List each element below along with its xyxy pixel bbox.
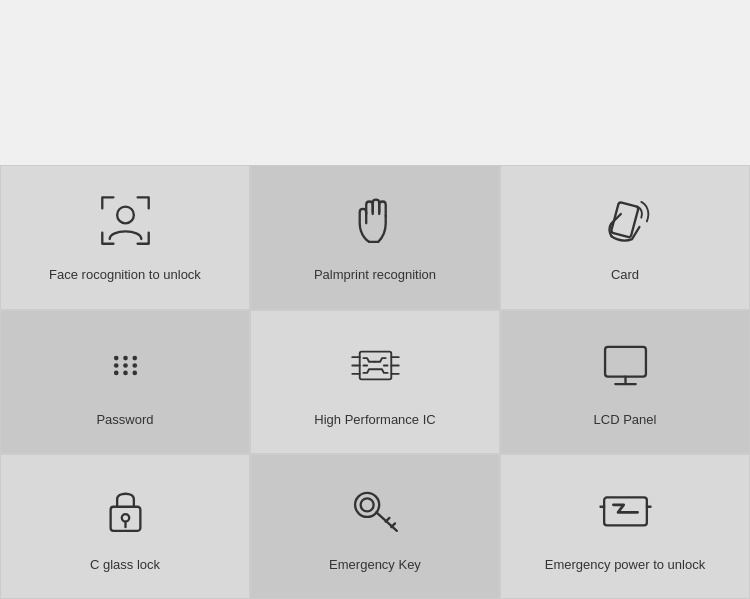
face-icon — [90, 185, 160, 255]
password-icon — [90, 330, 160, 400]
lcd-icon — [590, 330, 660, 400]
c-glass-lock-label: C glass lock — [90, 557, 160, 574]
svg-rect-18 — [605, 346, 646, 376]
svg-point-5 — [113, 363, 118, 368]
cell-palmprint: Palmprint recognition — [250, 165, 500, 310]
ic-icon — [340, 330, 410, 400]
emergency-power-label: Emergency power to unlock — [545, 557, 705, 574]
key-icon — [340, 475, 410, 545]
svg-point-2 — [113, 355, 118, 360]
card-icon — [590, 185, 660, 255]
password-label: Password — [96, 412, 153, 429]
cell-high-performance-ic: High Performance IC — [250, 310, 500, 455]
emergency-key-label: Emergency Key — [329, 557, 421, 574]
cell-lcd-panel: LCD Panel — [500, 310, 750, 455]
cell-card: Card — [500, 165, 750, 310]
svg-point-0 — [117, 206, 134, 223]
lock-icon — [90, 475, 160, 545]
svg-point-25 — [360, 499, 373, 512]
svg-line-27 — [385, 518, 389, 522]
face-recognition-label: Face rocognition to unlock — [49, 267, 201, 284]
feature-grid: Face rocognition to unlock Palmprint rec… — [0, 165, 750, 599]
palmprint-label: Palmprint recognition — [314, 267, 436, 284]
svg-point-7 — [132, 363, 137, 368]
cell-emergency-power: Emergency power to unlock — [500, 454, 750, 599]
power-icon — [590, 475, 660, 545]
svg-line-28 — [391, 524, 395, 528]
svg-point-3 — [123, 355, 128, 360]
cell-emergency-key: Emergency Key — [250, 454, 500, 599]
card-label: Card — [611, 267, 639, 284]
svg-point-24 — [355, 493, 379, 517]
cell-c-glass-lock: C glass lock — [0, 454, 250, 599]
cell-password: Password — [0, 310, 250, 455]
svg-point-10 — [132, 370, 137, 375]
svg-point-8 — [113, 370, 118, 375]
svg-point-4 — [132, 355, 137, 360]
high-performance-ic-label: High Performance IC — [314, 412, 435, 429]
cell-face-recognition: Face rocognition to unlock — [0, 165, 250, 310]
top-bar — [0, 0, 750, 165]
svg-point-6 — [123, 363, 128, 368]
lcd-panel-label: LCD Panel — [594, 412, 657, 429]
palm-icon — [340, 185, 410, 255]
svg-point-9 — [123, 370, 128, 375]
